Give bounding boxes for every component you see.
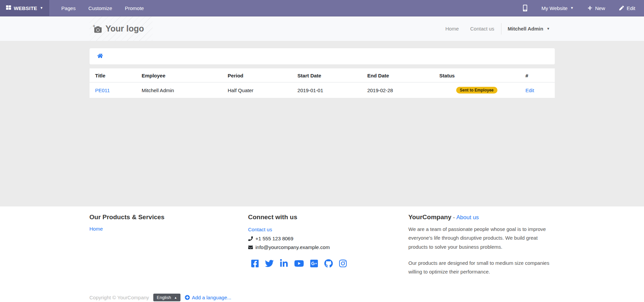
connect-heading: Connect with us: [248, 214, 409, 221]
footer-connect-column: Connect with us Contact us +1 555 123 80…: [248, 214, 409, 284]
social-links: [248, 259, 409, 268]
nav-home[interactable]: Home: [440, 26, 465, 32]
mobile-icon: [523, 5, 527, 11]
table-header-row: Title Employee Period Start Date End Dat…: [90, 68, 555, 82]
table-row: PE011 Mitchell Admin Half Quater 2019-01…: [90, 82, 555, 98]
plus-circle-icon: [185, 295, 190, 300]
backend-navbar: WEBSITE ▼ Pages Customize Promote My Web…: [0, 0, 644, 16]
user-menu[interactable]: Mitchell Admin ▼: [503, 26, 554, 32]
pencil-icon: [619, 6, 624, 10]
about-us-link[interactable]: About us: [457, 214, 479, 221]
products-heading: Our Products & Services: [90, 214, 248, 221]
footer-about-column: YourCompany - About us We are a team of …: [409, 214, 555, 284]
facebook-icon[interactable]: [251, 259, 259, 268]
records-table: Title Employee Period Start Date End Dat…: [90, 68, 555, 98]
divider: [501, 23, 501, 35]
menu-promote[interactable]: Promote: [125, 5, 144, 11]
linkedin-icon[interactable]: [280, 259, 288, 268]
record-title-link[interactable]: PE011: [95, 87, 110, 93]
record-end-date: 2019-02-28: [362, 82, 434, 98]
menu-pages[interactable]: Pages: [61, 5, 76, 11]
record-edit-link[interactable]: Edit: [525, 87, 534, 93]
my-website-dropdown[interactable]: My Website ▼: [541, 5, 574, 11]
site-footer: Our Products & Services Home Connect wit…: [0, 206, 644, 302]
about-paragraph-2: Our products are designed for small to m…: [409, 259, 555, 277]
footer-contact-link[interactable]: Contact us: [248, 227, 272, 232]
col-actions: #: [520, 68, 554, 82]
backend-navbar-right: My Website ▼ New Edit: [523, 0, 644, 16]
site-logo[interactable]: + Your logo: [90, 16, 153, 41]
copyright-text: Copyright © YourCompany: [90, 295, 149, 300]
breadcrumb: [90, 48, 555, 64]
footer-email: info@yourcompany.example.com: [256, 244, 330, 250]
add-language-link[interactable]: Add a language...: [185, 295, 231, 300]
chevron-down-icon: ▼: [570, 6, 574, 10]
envelope-icon: [248, 245, 253, 250]
chevron-down-icon: ▼: [40, 6, 43, 10]
footer-home-link[interactable]: Home: [90, 226, 103, 232]
website-app-menu[interactable]: WEBSITE ▼: [0, 0, 49, 16]
edit-button[interactable]: Edit: [619, 5, 635, 11]
github-icon[interactable]: [324, 259, 333, 268]
col-status: Status: [434, 68, 520, 82]
twitter-icon[interactable]: [265, 259, 274, 268]
chevron-down-icon: ▼: [547, 27, 550, 31]
chevron-up-icon: ▲: [174, 296, 177, 299]
footer-products-column: Our Products & Services Home: [90, 214, 248, 284]
backend-menu: Pages Customize Promote: [49, 0, 144, 16]
col-start-date: Start Date: [292, 68, 362, 82]
instagram-icon[interactable]: [339, 259, 347, 268]
site-header: + Your logo Home Contact us Mitchell Adm…: [0, 16, 644, 41]
language-selector[interactable]: English ▲: [153, 294, 180, 301]
plus-icon: [588, 6, 592, 10]
about-paragraph-1: We are a team of passionate people whose…: [409, 225, 555, 251]
phone-icon: [248, 236, 253, 241]
camera-icon: +: [94, 24, 102, 33]
col-employee: Employee: [136, 68, 222, 82]
company-name: YourCompany: [409, 214, 451, 221]
col-end-date: End Date: [362, 68, 434, 82]
youtube-icon[interactable]: [294, 259, 304, 268]
record-start-date: 2019-01-01: [292, 82, 362, 98]
brand-label: WEBSITE: [14, 5, 37, 11]
mobile-preview-button[interactable]: [523, 5, 527, 11]
apps-grid-icon: [6, 5, 11, 11]
record-period: Half Quater: [222, 82, 292, 98]
menu-customize[interactable]: Customize: [88, 5, 112, 11]
main-content: Title Employee Period Start Date End Dat…: [0, 41, 644, 206]
footer-phone: +1 555 123 8069: [256, 236, 293, 241]
status-badge: Sent to Employee: [456, 87, 497, 94]
frontend-nav: Home Contact us Mitchell Admin ▼: [440, 23, 555, 35]
new-button[interactable]: New: [588, 5, 605, 11]
logo-text: Your logo: [106, 24, 144, 34]
col-title: Title: [90, 68, 136, 82]
google-plus-icon[interactable]: [310, 259, 318, 268]
col-period: Period: [222, 68, 292, 82]
nav-contact-us[interactable]: Contact us: [465, 26, 500, 32]
record-employee: Mitchell Admin: [136, 82, 222, 98]
footer-bottom-bar: Copyright © YourCompany English ▲ Add a …: [90, 294, 555, 301]
breadcrumb-home-icon[interactable]: [97, 53, 103, 60]
